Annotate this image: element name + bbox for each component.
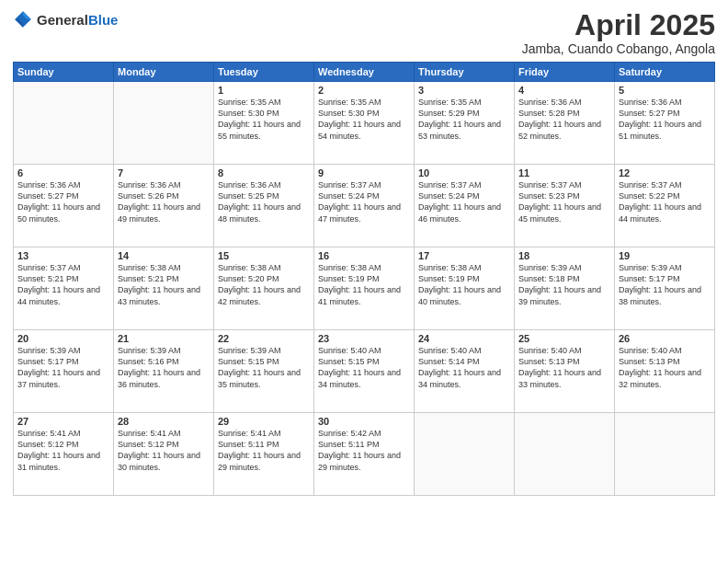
- day-info: Sunrise: 5:35 AMSunset: 5:30 PMDaylight:…: [318, 97, 410, 142]
- day-number: 9: [318, 167, 410, 178]
- day-number: 25: [518, 333, 610, 344]
- day-info: Sunrise: 5:35 AMSunset: 5:29 PMDaylight:…: [418, 97, 510, 142]
- day-cell: [14, 82, 114, 165]
- day-number: 26: [619, 333, 711, 344]
- location-title: Jamba, Cuando Cobango, Angola: [522, 41, 715, 56]
- day-number: 14: [118, 250, 210, 261]
- day-info: Sunrise: 5:38 AMSunset: 5:19 PMDaylight:…: [318, 262, 410, 307]
- day-cell: 2Sunrise: 5:35 AMSunset: 5:30 PMDaylight…: [314, 82, 415, 165]
- day-info: Sunrise: 5:35 AMSunset: 5:30 PMDaylight:…: [218, 97, 310, 142]
- day-cell: [114, 82, 214, 165]
- day-number: 27: [17, 416, 109, 427]
- day-number: 2: [318, 85, 410, 96]
- day-number: 17: [418, 250, 510, 261]
- day-number: 5: [619, 85, 711, 96]
- day-info: Sunrise: 5:40 AMSunset: 5:13 PMDaylight:…: [619, 345, 711, 390]
- day-cell: 6Sunrise: 5:36 AMSunset: 5:27 PMDaylight…: [14, 165, 114, 247]
- day-number: 23: [318, 333, 410, 344]
- day-number: 22: [218, 333, 310, 344]
- logo: GeneralBlue: [13, 9, 118, 29]
- day-number: 4: [518, 85, 610, 96]
- day-number: 3: [418, 85, 510, 96]
- day-number: 7: [118, 167, 210, 178]
- day-cell: [515, 413, 615, 496]
- header: GeneralBlue April 2025 Jamba, Cuando Cob…: [13, 9, 715, 56]
- day-cell: 5Sunrise: 5:36 AMSunset: 5:27 PMDaylight…: [615, 82, 715, 165]
- day-cell: 18Sunrise: 5:39 AMSunset: 5:18 PMDayligh…: [515, 247, 615, 330]
- day-cell: [415, 413, 515, 496]
- day-info: Sunrise: 5:41 AMSunset: 5:12 PMDaylight:…: [118, 428, 210, 473]
- week-row-1: 1Sunrise: 5:35 AMSunset: 5:30 PMDaylight…: [14, 82, 715, 165]
- day-cell: 8Sunrise: 5:36 AMSunset: 5:25 PMDaylight…: [214, 165, 314, 247]
- col-wednesday: Wednesday: [314, 63, 415, 82]
- day-info: Sunrise: 5:40 AMSunset: 5:14 PMDaylight:…: [418, 345, 510, 390]
- day-cell: 10Sunrise: 5:37 AMSunset: 5:24 PMDayligh…: [415, 165, 515, 247]
- day-cell: 27Sunrise: 5:41 AMSunset: 5:12 PMDayligh…: [14, 413, 114, 496]
- day-number: 1: [218, 85, 310, 96]
- day-info: Sunrise: 5:41 AMSunset: 5:12 PMDaylight:…: [17, 428, 109, 473]
- col-sunday: Sunday: [14, 63, 114, 82]
- day-number: 12: [619, 167, 711, 178]
- day-info: Sunrise: 5:39 AMSunset: 5:18 PMDaylight:…: [518, 262, 610, 307]
- day-cell: 22Sunrise: 5:39 AMSunset: 5:15 PMDayligh…: [214, 330, 314, 413]
- day-cell: 19Sunrise: 5:39 AMSunset: 5:17 PMDayligh…: [615, 247, 715, 330]
- day-cell: 1Sunrise: 5:35 AMSunset: 5:30 PMDaylight…: [214, 82, 314, 165]
- day-cell: 17Sunrise: 5:38 AMSunset: 5:19 PMDayligh…: [415, 247, 515, 330]
- day-cell: [615, 413, 715, 496]
- day-cell: 3Sunrise: 5:35 AMSunset: 5:29 PMDaylight…: [415, 82, 515, 165]
- day-info: Sunrise: 5:36 AMSunset: 5:27 PMDaylight:…: [619, 97, 711, 142]
- day-info: Sunrise: 5:39 AMSunset: 5:15 PMDaylight:…: [218, 345, 310, 390]
- day-cell: 4Sunrise: 5:36 AMSunset: 5:28 PMDaylight…: [515, 82, 615, 165]
- day-number: 10: [418, 167, 510, 178]
- month-title: April 2025: [522, 9, 715, 41]
- day-info: Sunrise: 5:42 AMSunset: 5:11 PMDaylight:…: [318, 428, 410, 473]
- day-info: Sunrise: 5:38 AMSunset: 5:20 PMDaylight:…: [218, 262, 310, 307]
- day-info: Sunrise: 5:37 AMSunset: 5:24 PMDaylight:…: [318, 179, 410, 224]
- day-info: Sunrise: 5:37 AMSunset: 5:23 PMDaylight:…: [518, 179, 610, 224]
- week-row-5: 27Sunrise: 5:41 AMSunset: 5:12 PMDayligh…: [14, 413, 715, 496]
- title-block: April 2025 Jamba, Cuando Cobango, Angola: [522, 9, 715, 56]
- page: GeneralBlue April 2025 Jamba, Cuando Cob…: [0, 0, 728, 563]
- logo-text: GeneralBlue: [37, 12, 118, 28]
- col-tuesday: Tuesday: [214, 63, 314, 82]
- day-cell: 24Sunrise: 5:40 AMSunset: 5:14 PMDayligh…: [415, 330, 515, 413]
- day-cell: 30Sunrise: 5:42 AMSunset: 5:11 PMDayligh…: [314, 413, 415, 496]
- logo-general: General: [37, 12, 88, 28]
- col-monday: Monday: [114, 63, 214, 82]
- logo-icon: [13, 9, 33, 29]
- day-number: 8: [218, 167, 310, 178]
- day-cell: 26Sunrise: 5:40 AMSunset: 5:13 PMDayligh…: [615, 330, 715, 413]
- day-info: Sunrise: 5:40 AMSunset: 5:13 PMDaylight:…: [518, 345, 610, 390]
- day-number: 16: [318, 250, 410, 261]
- day-number: 28: [118, 416, 210, 427]
- calendar-table: Sunday Monday Tuesday Wednesday Thursday…: [13, 62, 715, 496]
- day-info: Sunrise: 5:37 AMSunset: 5:21 PMDaylight:…: [17, 262, 109, 307]
- day-cell: 11Sunrise: 5:37 AMSunset: 5:23 PMDayligh…: [515, 165, 615, 247]
- day-info: Sunrise: 5:39 AMSunset: 5:17 PMDaylight:…: [17, 345, 109, 390]
- day-number: 13: [17, 250, 109, 261]
- day-info: Sunrise: 5:40 AMSunset: 5:15 PMDaylight:…: [318, 345, 410, 390]
- week-row-3: 13Sunrise: 5:37 AMSunset: 5:21 PMDayligh…: [14, 247, 715, 330]
- week-row-4: 20Sunrise: 5:39 AMSunset: 5:17 PMDayligh…: [14, 330, 715, 413]
- day-cell: 16Sunrise: 5:38 AMSunset: 5:19 PMDayligh…: [314, 247, 415, 330]
- day-info: Sunrise: 5:38 AMSunset: 5:19 PMDaylight:…: [418, 262, 510, 307]
- col-thursday: Thursday: [415, 63, 515, 82]
- day-number: 29: [218, 416, 310, 427]
- day-cell: 9Sunrise: 5:37 AMSunset: 5:24 PMDaylight…: [314, 165, 415, 247]
- day-info: Sunrise: 5:36 AMSunset: 5:26 PMDaylight:…: [118, 179, 210, 224]
- logo-blue: Blue: [88, 12, 119, 28]
- week-row-2: 6Sunrise: 5:36 AMSunset: 5:27 PMDaylight…: [14, 165, 715, 247]
- day-info: Sunrise: 5:39 AMSunset: 5:16 PMDaylight:…: [118, 345, 210, 390]
- day-number: 11: [518, 167, 610, 178]
- day-info: Sunrise: 5:36 AMSunset: 5:27 PMDaylight:…: [17, 179, 109, 224]
- col-friday: Friday: [515, 63, 615, 82]
- day-number: 19: [619, 250, 711, 261]
- day-number: 18: [518, 250, 610, 261]
- day-info: Sunrise: 5:37 AMSunset: 5:24 PMDaylight:…: [418, 179, 510, 224]
- day-cell: 23Sunrise: 5:40 AMSunset: 5:15 PMDayligh…: [314, 330, 415, 413]
- day-cell: 21Sunrise: 5:39 AMSunset: 5:16 PMDayligh…: [114, 330, 214, 413]
- day-info: Sunrise: 5:37 AMSunset: 5:22 PMDaylight:…: [619, 179, 711, 224]
- header-row: Sunday Monday Tuesday Wednesday Thursday…: [14, 63, 715, 82]
- day-cell: 7Sunrise: 5:36 AMSunset: 5:26 PMDaylight…: [114, 165, 214, 247]
- day-number: 6: [17, 167, 109, 178]
